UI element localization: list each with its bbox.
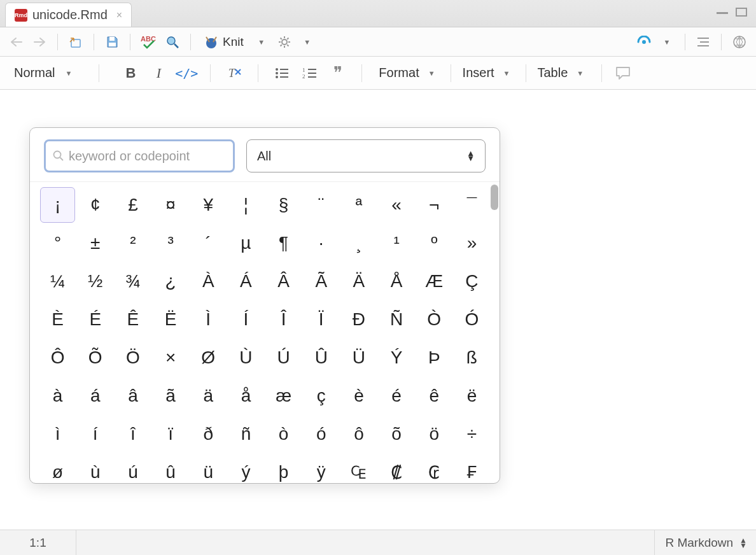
maximize-pane-icon[interactable] (736, 8, 747, 17)
paragraph-style-select[interactable]: Normal ▼ (10, 66, 80, 80)
unicode-char[interactable]: û (153, 454, 188, 483)
settings-dropdown[interactable]: ▼ (297, 32, 318, 52)
insert-menu[interactable]: Insert▼ (458, 66, 519, 80)
unicode-char[interactable]: ý (228, 454, 263, 483)
unicode-char[interactable]: þ (266, 454, 301, 483)
unicode-char[interactable]: ½ (78, 263, 113, 299)
unicode-char[interactable]: £ (115, 187, 150, 223)
unicode-char[interactable]: Å (379, 263, 414, 299)
unicode-char[interactable]: ñ (228, 416, 263, 452)
unicode-char[interactable]: ¹ (379, 225, 414, 261)
unicode-char[interactable]: « (379, 187, 414, 223)
unicode-char[interactable]: Ë (153, 302, 188, 337)
unicode-char[interactable]: ¬ (417, 187, 452, 223)
unicode-char[interactable]: Á (228, 263, 263, 299)
unicode-char[interactable]: » (454, 225, 489, 261)
unicode-char[interactable]: ç (304, 378, 339, 414)
unicode-char[interactable]: ô (341, 416, 376, 452)
unicode-char[interactable]: Ö (115, 340, 150, 376)
unicode-search-input[interactable] (65, 148, 227, 164)
find-replace-button[interactable] (162, 32, 183, 52)
unicode-char[interactable]: ª (341, 187, 376, 223)
unicode-char[interactable]: Æ (417, 263, 452, 299)
unicode-char[interactable]: Ô (40, 340, 75, 376)
unicode-char[interactable]: ö (417, 416, 452, 452)
numbered-list-button[interactable]: 12 (298, 62, 322, 85)
document-mode-select[interactable]: R Markdown ▲▼ (654, 530, 756, 555)
unicode-char[interactable]: ¦ (228, 187, 263, 223)
forward-button[interactable] (29, 32, 50, 52)
unicode-char[interactable]: · (304, 225, 339, 261)
unicode-char[interactable]: ï (153, 416, 188, 452)
unicode-char[interactable]: ü (191, 454, 226, 483)
unicode-char[interactable]: ê (417, 378, 452, 414)
unicode-char[interactable]: Þ (417, 340, 452, 376)
unicode-char[interactable]: í (78, 416, 113, 452)
unicode-char[interactable]: ¡ (40, 187, 75, 223)
unicode-char[interactable]: é (379, 378, 414, 414)
unicode-char[interactable]: ₠ (341, 454, 376, 483)
unicode-char[interactable]: Ý (379, 340, 414, 376)
unicode-char[interactable]: × (153, 340, 188, 376)
back-button[interactable] (6, 32, 27, 52)
scrollbar-thumb[interactable] (491, 185, 498, 210)
unicode-char[interactable]: Ã (304, 263, 339, 299)
blockquote-button[interactable]: ❞ (326, 62, 350, 85)
unicode-char[interactable]: ¶ (266, 225, 301, 261)
unicode-char[interactable]: Ò (417, 302, 452, 337)
unicode-char[interactable]: è (341, 378, 376, 414)
unicode-char[interactable]: Ó (454, 302, 489, 337)
unicode-char[interactable]: ù (78, 454, 113, 483)
table-menu[interactable]: Table▼ (533, 66, 593, 80)
unicode-char[interactable]: ¨ (304, 187, 339, 223)
unicode-char[interactable]: ø (40, 454, 75, 483)
code-button[interactable]: </> (174, 62, 199, 85)
spellcheck-button[interactable]: ABC (138, 32, 160, 52)
close-tab-icon[interactable]: × (116, 10, 122, 21)
unicode-char[interactable]: ¯ (454, 187, 489, 223)
unicode-char[interactable]: Ç (454, 263, 489, 299)
unicode-char[interactable]: ¿ (153, 263, 188, 299)
publish-button[interactable] (634, 32, 654, 52)
unicode-char[interactable]: É (78, 302, 113, 337)
unicode-char[interactable]: ³ (153, 225, 188, 261)
unicode-char[interactable]: õ (379, 416, 414, 452)
unicode-char[interactable]: Ú (266, 340, 301, 376)
unicode-category-select[interactable]: All ▲▼ (246, 139, 486, 172)
unicode-char[interactable]: Ù (228, 340, 263, 376)
unicode-char[interactable]: î (115, 416, 150, 452)
unicode-char[interactable]: æ (266, 378, 301, 414)
unicode-char[interactable]: ± (78, 225, 113, 261)
unicode-char[interactable]: È (40, 302, 75, 337)
unicode-char[interactable]: ´ (191, 225, 226, 261)
unicode-char[interactable]: Â (266, 263, 301, 299)
unicode-char[interactable]: § (266, 187, 301, 223)
unicode-char[interactable]: ¤ (153, 187, 188, 223)
show-in-new-window-button[interactable] (66, 32, 86, 52)
unicode-char[interactable]: Ï (304, 302, 339, 337)
unicode-char[interactable]: ° (40, 225, 75, 261)
unicode-char[interactable]: Ì (191, 302, 226, 337)
unicode-char[interactable]: à (40, 378, 75, 414)
knit-dropdown[interactable]: ▼ (251, 32, 272, 52)
unicode-char[interactable]: ò (266, 416, 301, 452)
unicode-char[interactable]: ã (153, 378, 188, 414)
format-menu[interactable]: Format▼ (374, 66, 444, 80)
unicode-char[interactable]: Û (304, 340, 339, 376)
unicode-char[interactable]: ¼ (40, 263, 75, 299)
unicode-char[interactable]: Í (228, 302, 263, 337)
unicode-char[interactable]: º (417, 225, 452, 261)
settings-button[interactable] (274, 32, 295, 52)
unicode-char[interactable]: ð (191, 416, 226, 452)
unicode-char[interactable]: á (78, 378, 113, 414)
unicode-char[interactable]: µ (228, 225, 263, 261)
unicode-char[interactable]: Ü (341, 340, 376, 376)
bold-button[interactable]: B (118, 62, 143, 85)
unicode-char[interactable]: Ä (341, 263, 376, 299)
unicode-char[interactable]: â (115, 378, 150, 414)
unicode-char[interactable]: Õ (78, 340, 113, 376)
italic-button[interactable]: I (146, 62, 171, 85)
unicode-char[interactable]: ¸ (341, 225, 376, 261)
clear-formatting-button[interactable]: T (222, 62, 246, 85)
unicode-char[interactable]: ¥ (191, 187, 226, 223)
